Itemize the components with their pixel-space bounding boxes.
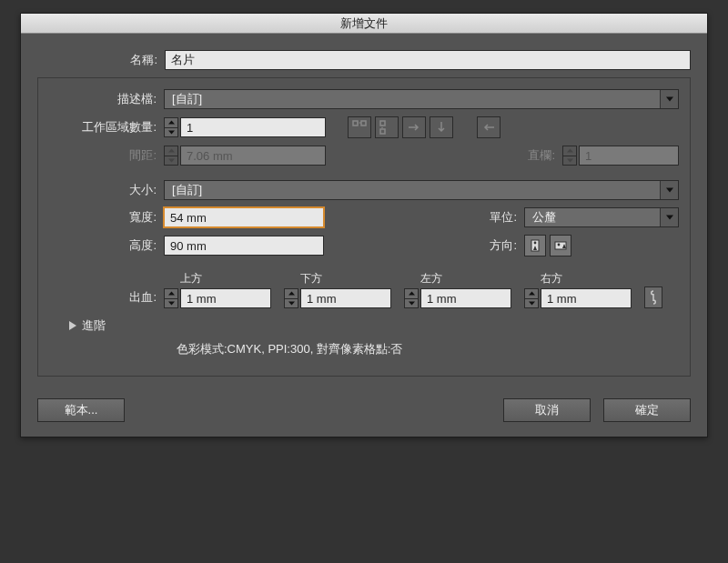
advanced-disclosure[interactable]: 進階 [69, 317, 679, 334]
size-dropdown[interactable]: [自訂] [164, 180, 679, 200]
spacing-input [180, 146, 326, 166]
bleed-left-label: 左方 [404, 271, 442, 287]
bleed-bottom-label: 下方 [284, 271, 322, 287]
bleed-top-input[interactable] [180, 288, 271, 308]
bleed-left-input[interactable] [420, 288, 511, 308]
bleed-top-spinner[interactable] [164, 288, 178, 308]
new-document-dialog: 新增文件 名稱: 描述檔: [自訂] 工作區域數量: [20, 13, 708, 437]
mode-summary: 色彩模式:CMYK, PPI:300, 對齊像素格點:否 [177, 341, 679, 357]
template-button[interactable]: 範本... [37, 398, 125, 422]
bleed-label: 出血: [49, 289, 164, 308]
units-value: 公釐 [525, 209, 660, 226]
svg-rect-2 [380, 121, 385, 126]
ok-button[interactable]: 確定 [603, 398, 691, 422]
profile-value: [自訂] [165, 91, 660, 107]
artboards-label: 工作區域數量: [49, 119, 164, 136]
svg-rect-3 [380, 129, 385, 134]
bleed-top-label: 上方 [164, 271, 202, 287]
artboards-spinner[interactable] [164, 117, 178, 137]
window-title: 新增文件 [21, 14, 707, 34]
grid-by-column-icon[interactable] [375, 116, 399, 138]
svg-point-5 [534, 242, 537, 245]
name-input[interactable] [165, 50, 691, 70]
artboards-input[interactable] [180, 117, 326, 137]
svg-rect-1 [361, 121, 366, 126]
size-value: [自訂] [165, 182, 660, 198]
chevron-down-icon [660, 208, 678, 226]
arrange-row-ltr-icon[interactable] [402, 116, 426, 138]
orientation-portrait-button[interactable] [524, 235, 546, 256]
name-label: 名稱: [37, 52, 165, 68]
bleed-right-spinner[interactable] [524, 288, 539, 308]
bleed-bottom-spinner[interactable] [284, 288, 298, 308]
svg-point-7 [558, 244, 561, 246]
size-label: 大小: [49, 182, 164, 198]
advanced-label: 進階 [82, 317, 106, 334]
bleed-right-input[interactable] [541, 288, 632, 308]
profile-label: 描述檔: [49, 91, 164, 107]
chevron-right-icon [69, 321, 76, 330]
units-dropdown[interactable]: 公釐 [524, 207, 679, 227]
columns-label: 直欄: [508, 147, 562, 164]
units-label: 單位: [470, 209, 524, 226]
artboard-layout-buttons [348, 116, 500, 138]
orientation-landscape-button[interactable] [550, 235, 571, 256]
chevron-down-icon [660, 181, 678, 199]
columns-spinner [562, 146, 577, 166]
link-bleed-icon[interactable] [644, 287, 662, 308]
spacing-spinner [164, 146, 178, 166]
columns-input [579, 146, 679, 166]
arrange-row-rtl-icon[interactable] [477, 116, 500, 138]
svg-rect-0 [353, 121, 358, 126]
width-label: 寬度: [49, 209, 164, 226]
height-label: 高度: [49, 237, 164, 254]
profile-dropdown[interactable]: [自訂] [164, 89, 679, 109]
width-input[interactable] [164, 207, 324, 227]
orientation-label: 方向: [470, 237, 524, 254]
bleed-bottom-input[interactable] [300, 288, 391, 308]
settings-panel: 描述檔: [自訂] 工作區域數量: [37, 77, 691, 377]
grid-by-row-icon[interactable] [348, 116, 371, 138]
spacing-label: 間距: [49, 147, 164, 164]
chevron-down-icon [660, 90, 678, 108]
cancel-button[interactable]: 取消 [503, 398, 591, 422]
bleed-right-label: 右方 [524, 271, 562, 287]
bleed-left-spinner[interactable] [404, 288, 419, 308]
height-input[interactable] [164, 236, 324, 256]
arrange-column-icon[interactable] [430, 116, 453, 138]
